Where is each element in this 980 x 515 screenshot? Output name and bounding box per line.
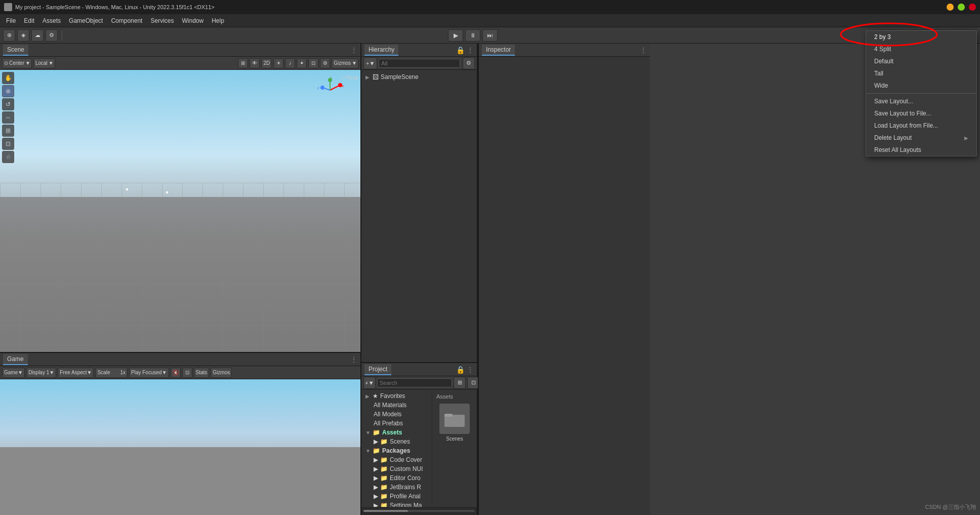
assets-folder[interactable]: ▼ 📁 Assets [361,428,432,437]
pkg-settings-ma[interactable]: ▶ 📁 Settings Ma [361,501,432,507]
scene-panel-menu[interactable]: ⋮ [350,46,357,54]
custom-tool-btn[interactable]: ☆ [2,151,14,163]
project-search[interactable] [377,378,452,387]
pkg-code-cover[interactable]: ▶ 📁 Code Cover [361,455,432,464]
hierarchy-lock-btn[interactable]: 🔒 [456,46,465,54]
menu-component[interactable]: Component [107,16,146,26]
window-controls [947,4,976,11]
grid-tool-btn[interactable]: ⊞ [238,58,248,68]
scenes-folder-item[interactable]: ▶ 📁 Scenes [361,437,432,446]
menu-window[interactable]: Window [178,16,208,26]
pkg-code-cover-icon: 📁 [380,456,388,463]
project-view-btn[interactable]: ⊞ [454,377,466,389]
project-lock-btn[interactable]: 🔒 [456,366,465,374]
pivot-btn[interactable]: ◈ [17,29,29,42]
transform-tool-btn[interactable]: ⊕ [3,29,15,42]
hierarchy-add-btn[interactable]: +▼ [363,57,377,69]
pkg-profile-anal-icon: 📁 [380,493,388,500]
visibility-btn[interactable]: 👁 [250,58,260,68]
game-panel-menu[interactable]: ⋮ [350,355,357,364]
play-focused-dropdown[interactable]: Play Focused ▼ [129,368,169,378]
vfx-btn[interactable]: ✦ [297,58,307,68]
scene-tree-item[interactable]: ▶ ⚄ SampleScene [361,72,477,82]
hierarchy-menu-btn[interactable]: ⋮ [467,46,474,54]
project-assets-area: Assets Scenes [432,389,477,507]
inspector-tab[interactable]: Inspector [482,45,515,56]
game-mode-dropdown[interactable]: Game ▼ [2,368,25,378]
delete-layout-item[interactable]: Delete Layout ▶ [866,132,976,144]
mute-btn[interactable]: 🔇 [171,368,181,378]
layout-4split-item[interactable]: 4 Split [866,43,976,55]
scale-tool-btn[interactable]: ↔ [2,111,14,124]
favorites-folder[interactable]: ▶ ★ Favorites [361,391,432,401]
gizmos-dropdown-btn[interactable]: Gizmos ▼ [332,58,358,68]
pause-button[interactable]: ⏸ [465,29,480,42]
step-button[interactable]: ⏭ [482,29,498,42]
move-tool-btn[interactable]: ⊕ [2,85,14,97]
menu-file[interactable]: File [2,16,20,26]
center-dropdown-btn[interactable]: ⊙ Center ▼ [2,58,32,68]
dropdown-sep-1 [866,93,976,94]
assets-arrow: ▼ [365,430,371,435]
project-add-btn[interactable]: +▼ [363,377,376,389]
packages-folder[interactable]: ▼ 📁 Packages [361,446,432,455]
settings-btn[interactable]: ⚙ [46,29,58,42]
play-button[interactable]: ▶ [448,29,463,42]
pkg-settings-ma-icon: 📁 [380,502,388,507]
menu-services[interactable]: Services [146,16,178,26]
rotate-tool-btn[interactable]: ↺ [2,98,14,110]
hand-tool-btn[interactable]: ✋ [2,72,14,84]
pkg-custom-nui[interactable]: ▶ 📁 Custom NUI [361,464,432,473]
transform-tool-btn2[interactable]: ⊡ [2,138,14,150]
svg-text:x: x [342,84,344,88]
maximize-button[interactable] [958,4,965,11]
all-materials-item[interactable]: All Materials [361,401,432,410]
hierarchy-tab[interactable]: Hierarchy [364,45,398,56]
load-layout-file-item[interactable]: Load Layout from File... [866,120,976,132]
all-models-item[interactable]: All Models [361,410,432,419]
display-dropdown[interactable]: Display 1 ▼ [26,368,56,378]
pkg-jetbrains[interactable]: ▶ 📁 JetBrains R [361,483,432,492]
rect-tool-btn[interactable]: ⊞ [2,125,14,137]
menu-assets[interactable]: Assets [38,16,65,26]
scene-tab[interactable]: Scene [3,45,28,56]
scenes-folder-asset[interactable] [439,404,470,434]
pkg-profile-anal[interactable]: ▶ 📁 Profile Anal [361,492,432,501]
minimize-button[interactable] [947,4,954,11]
reset-all-layouts-item[interactable]: Reset All Layouts [866,144,976,156]
project-scrollbar[interactable] [361,507,477,515]
close-button[interactable] [969,4,976,11]
2d-btn[interactable]: 2D [261,58,272,68]
save-layout-item[interactable]: Save Layout... [866,95,976,107]
gizmos-game-btn[interactable]: Gizmos [211,368,232,378]
pkg-editor-coro[interactable]: ▶ 📁 Editor Coro [361,473,432,483]
all-prefabs-item[interactable]: All Prefabs [361,419,432,428]
game-tab[interactable]: Game [3,354,28,365]
aspect-dropdown[interactable]: Free Aspect ▼ [58,368,94,378]
project-tab-bar: Project 🔒 ⋮ [361,363,477,376]
layout-2by3-item[interactable]: 2 by 3 [866,31,976,43]
layout-wide-item[interactable]: Wide [866,80,976,92]
project-tab[interactable]: Project [364,364,391,375]
pkg-editor-coro-label: Editor Coro [390,474,421,482]
project-menu-btn[interactable]: ⋮ [467,366,474,374]
stats-btn[interactable]: Stats [194,368,210,378]
lighting-btn[interactable]: ☀ [273,58,283,68]
gizmos-btn[interactable]: ⚙ [320,58,330,68]
cloud-btn[interactable]: ☁ [31,29,44,42]
layout-tall-item[interactable]: Tall [866,67,976,80]
local-dropdown-btn[interactable]: Local ▼ [33,58,55,68]
maximize-btn[interactable]: ⊡ [182,368,192,378]
hierarchy-filter-btn[interactable]: ⚙ [463,57,475,69]
hierarchy-search[interactable] [379,59,460,68]
scenes-arrow: ▶ [374,438,378,445]
hide-btn[interactable]: ⊡ [308,58,318,68]
menu-gameobject[interactable]: GameObject [65,16,107,26]
delete-layout-arrow: ▶ [964,135,968,141]
inspector-menu-btn[interactable]: ⋮ [640,46,647,54]
menu-edit[interactable]: Edit [20,16,38,26]
audio-btn[interactable]: ♪ [285,58,295,68]
layout-default-item[interactable]: Default [866,55,976,67]
save-layout-file-item[interactable]: Save Layout to File... [866,107,976,120]
menu-help[interactable]: Help [208,16,228,26]
